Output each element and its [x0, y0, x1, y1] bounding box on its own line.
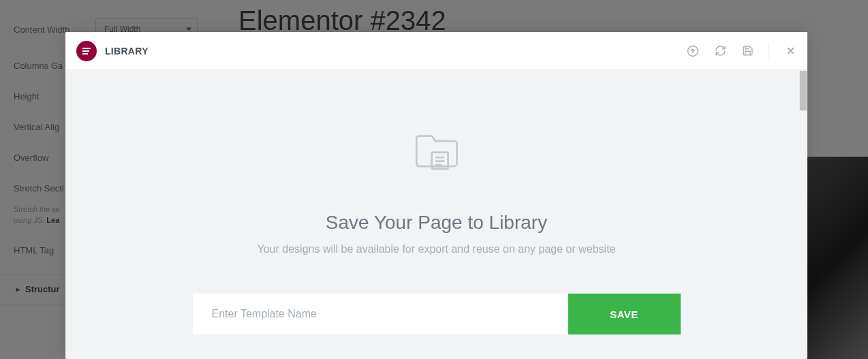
close-icon[interactable] — [784, 45, 796, 57]
modal-actions — [687, 44, 796, 59]
save-icon[interactable] — [741, 45, 754, 57]
modal-heading: Save Your Page to Library — [326, 212, 547, 234]
template-name-input[interactable] — [193, 294, 568, 334]
modal-subheading: Your designs will be available for expor… — [258, 243, 616, 255]
folder-template-icon — [412, 125, 462, 178]
background-image — [807, 157, 868, 359]
modal-header: LIBRARY — [65, 32, 807, 70]
sync-icon[interactable] — [714, 45, 726, 57]
elementor-logo-icon — [76, 41, 97, 61]
upload-icon[interactable] — [687, 45, 699, 57]
save-button[interactable]: SAVE — [568, 294, 681, 334]
template-input-row: SAVE — [193, 294, 681, 334]
modal-body: Save Your Page to Library Your designs w… — [65, 70, 807, 359]
modal-title: LIBRARY — [105, 46, 149, 57]
divider — [769, 44, 769, 59]
scrollbar[interactable] — [799, 70, 807, 111]
library-modal: LIBRARY — [65, 32, 807, 359]
